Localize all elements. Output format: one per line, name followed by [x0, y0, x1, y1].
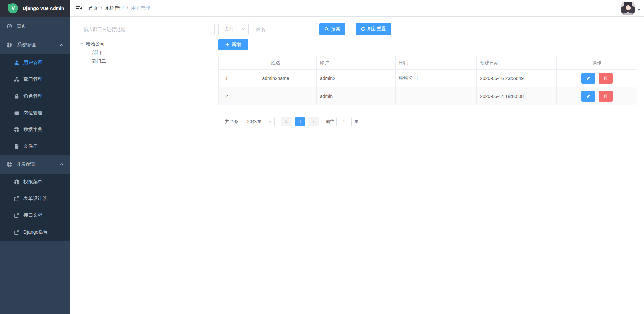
user-icon: [14, 60, 19, 65]
chevron-left-icon: [284, 120, 288, 124]
external-link-icon: [14, 196, 19, 201]
hamburger-icon[interactable]: [75, 5, 82, 12]
pencil-icon: [586, 94, 591, 99]
breadcrumb-section[interactable]: 系统管理: [105, 5, 124, 11]
delete-button[interactable]: [599, 73, 613, 84]
goto-page-unit: 页: [354, 119, 359, 125]
breadcrumb-current: 用户管理: [131, 5, 150, 11]
user-table: 姓名 账户 部门 创建日期 操作 1 admin2name admin2 哈哈公: [218, 56, 637, 105]
component-icon: [14, 179, 19, 185]
chevron-right-icon: [311, 120, 315, 124]
tree-node-root[interactable]: 哈哈公司: [78, 40, 215, 48]
reset-button[interactable]: 刷新重置: [356, 23, 391, 35]
col-header-dept: 部门: [396, 56, 477, 70]
tree-node-label: 部门二: [92, 58, 106, 64]
avatar-caret-down-icon[interactable]: [637, 9, 641, 11]
status-select[interactable]: 状态: [218, 23, 249, 35]
component-icon: [14, 127, 19, 132]
breadcrumb: 首页 / 系统管理 / 用户管理: [88, 5, 150, 11]
page-size-select[interactable]: 20条/页: [243, 117, 275, 126]
sidebar-item-label: 角色管理: [23, 93, 42, 99]
sidebar-item-dept-management[interactable]: 部门管理: [0, 71, 70, 88]
pencil-icon: [586, 76, 591, 81]
sidebar-item-django-admin[interactable]: Django后台: [0, 224, 70, 241]
search-icon: [324, 27, 329, 32]
edit-button[interactable]: [581, 91, 595, 102]
trash-icon: [603, 94, 608, 99]
prev-page-button[interactable]: [281, 117, 292, 126]
app-logo: V: [7, 3, 19, 14]
cell-index: 1: [219, 70, 235, 87]
sidebar-item-label: 表单设计器: [23, 196, 47, 202]
cell-account: admin: [317, 87, 396, 105]
chevron-down-icon: [268, 120, 272, 124]
filter-row: 状态 搜索 刷新重置: [218, 23, 637, 35]
goto-label: 前往: [326, 119, 334, 125]
cell-dept: [396, 87, 477, 105]
col-header-index: [219, 56, 235, 70]
goto-page: 前往 页: [326, 117, 359, 126]
caret-down-icon[interactable]: [80, 42, 84, 46]
document-icon: [14, 144, 19, 149]
sidebar-item-label: 接口文档: [23, 212, 42, 218]
tree-node-child[interactable]: 部门一: [78, 48, 215, 57]
table-row: 2 admin 2020-05-14 18:00:08: [219, 87, 637, 105]
user-avatar[interactable]: [621, 2, 635, 15]
table-row: 1 admin2name admin2 哈哈公司 2020-05-16 23:3…: [219, 70, 637, 87]
page-number-button[interactable]: 1: [295, 117, 305, 126]
briefcase-icon: [14, 110, 19, 116]
sidebar-item-form-designer[interactable]: 表单设计器: [0, 190, 70, 207]
submenu-dev-config: 权限菜单 表单设计器 接口文档 Django后台: [0, 174, 70, 241]
dashboard-icon: [7, 23, 12, 29]
app-root: V Django Vue Admin 首页 系统管理 用户管理 部门管理 角色管…: [0, 0, 644, 314]
sidebar-item-label: 权限菜单: [23, 179, 42, 185]
col-header-actions: 操作: [557, 56, 637, 70]
component-icon: [7, 162, 12, 167]
table-header-row: 姓名 账户 部门 创建日期 操作: [219, 56, 637, 70]
breadcrumb-separator: /: [101, 6, 102, 11]
dept-filter-input[interactable]: [78, 23, 215, 35]
sidebar-item-label: 文件库: [23, 143, 38, 149]
logo-bar[interactable]: V Django Vue Admin: [0, 0, 70, 17]
col-header-account: 账户: [317, 56, 396, 70]
cell-created: 2020-05-16 23:39:49: [477, 70, 557, 87]
next-page-button[interactable]: [308, 117, 319, 126]
cell-dept: 哈哈公司: [396, 70, 477, 87]
cell-account: admin2: [317, 70, 396, 87]
sidebar-item-data-dict[interactable]: 数据字典: [0, 121, 70, 138]
sidebar-item-label: 首页: [17, 23, 26, 29]
sidebar-item-role-management[interactable]: 角色管理: [0, 88, 70, 105]
name-filter-input[interactable]: [251, 23, 317, 35]
cell-index: 2: [219, 87, 235, 105]
sidebar-group-system[interactable]: 系统管理: [0, 36, 70, 54]
sidebar-group-label: 系统管理: [17, 42, 36, 48]
delete-button[interactable]: [599, 91, 613, 102]
search-button[interactable]: 搜索: [319, 23, 345, 35]
sidebar-item-api-docs[interactable]: 接口文档: [0, 207, 70, 224]
sidebar-item-home[interactable]: 首页: [0, 17, 70, 36]
sidebar-item-post-management[interactable]: 岗位管理: [0, 105, 70, 121]
submenu-system: 用户管理 部门管理 角色管理 岗位管理 数据字典 文件库: [0, 54, 70, 155]
user-panel: 状态 搜索 刷新重置 新增: [218, 23, 637, 126]
pager: 1: [279, 117, 320, 126]
component-icon: [7, 42, 12, 48]
breadcrumb-home[interactable]: 首页: [88, 5, 98, 11]
goto-page-input[interactable]: [336, 117, 352, 126]
status-select-placeholder: 状态: [224, 26, 241, 32]
pagination-total: 共 2 条: [225, 119, 238, 125]
sidebar-item-label: Django后台: [23, 229, 48, 235]
page-size-value: 20条/页: [247, 119, 268, 125]
add-button[interactable]: 新增: [218, 39, 248, 50]
sidebar-item-file-library[interactable]: 文件库: [0, 138, 70, 155]
tree-node-child[interactable]: 部门二: [78, 57, 215, 66]
sidebar-group-dev-config[interactable]: 开发配置: [0, 155, 70, 174]
chevron-up-icon: [60, 43, 64, 47]
cell-actions: [557, 70, 637, 87]
sidebar-item-user-management[interactable]: 用户管理: [0, 54, 70, 71]
dept-panel: 哈哈公司 部门一 部门二: [78, 23, 215, 66]
sidebar-item-label: 数据字典: [23, 127, 42, 133]
sidebar-group-label: 开发配置: [17, 161, 36, 167]
trash-icon: [603, 76, 608, 81]
edit-button[interactable]: [581, 73, 595, 84]
sidebar-item-permission-menu[interactable]: 权限菜单: [0, 174, 70, 190]
